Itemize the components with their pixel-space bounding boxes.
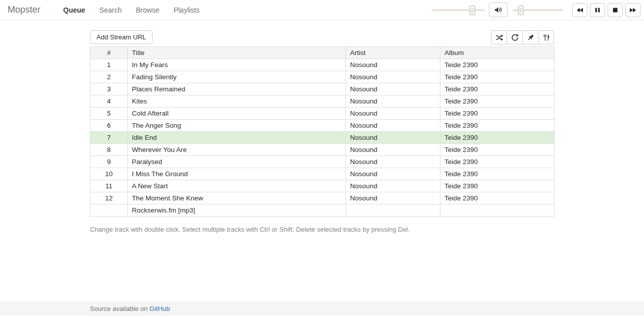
pause-button[interactable] bbox=[590, 3, 605, 17]
track-artist: Nosound bbox=[346, 71, 440, 83]
backward-icon bbox=[576, 7, 583, 14]
nav-item-playlists[interactable]: Playlists bbox=[167, 6, 207, 14]
seek-slider[interactable] bbox=[432, 3, 485, 17]
footer: Source available on GitHub bbox=[0, 302, 644, 315]
track-number: 12 bbox=[90, 192, 128, 204]
track-artist: Nosound bbox=[346, 132, 440, 144]
single-button[interactable] bbox=[522, 30, 538, 44]
next-button[interactable] bbox=[625, 3, 640, 17]
track-title: Kites bbox=[128, 95, 346, 108]
track-title: I Miss The Ground bbox=[128, 168, 346, 180]
usage-hint: Change track with double click. Select m… bbox=[90, 226, 554, 233]
volume-slider[interactable] bbox=[513, 3, 563, 17]
player-controls bbox=[432, 3, 644, 17]
track-number: 4 bbox=[90, 95, 128, 108]
table-row[interactable]: 1 In My Fears Nosound Teide 2390 bbox=[90, 59, 555, 71]
track-title: Fading Silently bbox=[128, 71, 346, 83]
track-number: 1 bbox=[90, 59, 128, 71]
column-header-number: # bbox=[90, 47, 128, 59]
queue-toolbar: Add Stream URL bbox=[90, 30, 554, 44]
table-row[interactable]: 9 Paralysed Nosound Teide 2390 bbox=[90, 156, 555, 168]
track-artist: Nosound bbox=[346, 95, 440, 108]
column-header-title: Title bbox=[128, 47, 346, 59]
stop-icon bbox=[612, 7, 619, 14]
table-row[interactable]: 12 The Moment She Knew Nosound Teide 239… bbox=[90, 192, 555, 204]
nav-item-browse[interactable]: Browse bbox=[129, 6, 167, 14]
track-artist: Nosound bbox=[346, 83, 440, 95]
github-link[interactable]: GitHub bbox=[150, 305, 170, 312]
playback-options bbox=[491, 30, 554, 44]
table-row[interactable]: 8 Wherever You Are Nosound Teide 2390 bbox=[90, 144, 555, 156]
volume-up-icon bbox=[494, 6, 502, 14]
table-row[interactable]: 3 Places Remained Nosound Teide 2390 bbox=[90, 83, 555, 95]
track-number: 7 bbox=[90, 132, 128, 144]
navbar: Mopster Queue Search Browse Playlists bbox=[0, 0, 644, 20]
footer-text: Source available on bbox=[90, 305, 150, 312]
track-title: Paralysed bbox=[128, 156, 346, 168]
track-album: Teide 2390 bbox=[440, 180, 555, 192]
table-row[interactable]: 4 Kites Nosound Teide 2390 bbox=[90, 95, 555, 108]
queue-table: # Title Artist Album 1 In My Fears Nosou… bbox=[90, 46, 555, 217]
track-album: Teide 2390 bbox=[440, 168, 555, 180]
volume-slider-handle[interactable] bbox=[518, 6, 524, 15]
transport-buttons bbox=[572, 3, 640, 17]
track-number: 6 bbox=[90, 120, 128, 132]
cutlery-icon bbox=[542, 34, 550, 41]
nav-item-search[interactable]: Search bbox=[92, 6, 129, 14]
consume-button[interactable] bbox=[538, 30, 554, 44]
track-title: Idle End bbox=[128, 132, 346, 144]
table-row[interactable]: 7 Idle End Nosound Teide 2390 bbox=[90, 132, 555, 144]
table-row[interactable]: 6 The Anger Song Nosound Teide 2390 bbox=[90, 120, 555, 132]
track-album: Teide 2390 bbox=[440, 192, 555, 204]
brand[interactable]: Mopster bbox=[0, 5, 48, 15]
table-row[interactable]: 5 Cold Afterall Nosound Teide 2390 bbox=[90, 108, 555, 120]
track-album: Teide 2390 bbox=[440, 132, 555, 144]
spacer bbox=[0, 233, 644, 302]
pause-icon bbox=[594, 7, 601, 14]
track-number: 10 bbox=[90, 168, 128, 180]
track-artist: Nosound bbox=[346, 120, 440, 132]
nav-item-queue[interactable]: Queue bbox=[56, 6, 92, 14]
seek-slider-handle[interactable] bbox=[469, 6, 475, 15]
column-header-album: Album bbox=[440, 47, 555, 59]
table-row[interactable]: 2 Fading Silently Nosound Teide 2390 bbox=[90, 71, 555, 83]
previous-button[interactable] bbox=[572, 3, 587, 17]
shuffle-button[interactable] bbox=[491, 30, 507, 44]
track-number bbox=[90, 204, 128, 217]
track-number: 11 bbox=[90, 180, 128, 192]
track-album: Teide 2390 bbox=[440, 120, 555, 132]
track-artist: Nosound bbox=[346, 168, 440, 180]
track-album: Teide 2390 bbox=[440, 83, 555, 95]
queue-page: Add Stream URL bbox=[90, 20, 554, 233]
track-artist bbox=[346, 204, 440, 217]
table-header-row: # Title Artist Album bbox=[90, 47, 555, 59]
table-row[interactable]: Rockserwis.fm [mp3] bbox=[90, 204, 555, 217]
table-row[interactable]: 10 I Miss The Ground Nosound Teide 2390 bbox=[90, 168, 555, 180]
column-header-artist: Artist bbox=[346, 47, 440, 59]
mute-button[interactable] bbox=[489, 3, 508, 17]
track-artist: Nosound bbox=[346, 192, 440, 204]
track-album: Teide 2390 bbox=[440, 156, 555, 168]
track-title: The Moment She Knew bbox=[128, 192, 346, 204]
repeat-button[interactable] bbox=[507, 30, 523, 44]
repeat-icon bbox=[511, 34, 519, 41]
main-nav: Queue Search Browse Playlists bbox=[56, 6, 207, 14]
track-title: Wherever You Are bbox=[128, 144, 346, 156]
shuffle-icon bbox=[496, 34, 503, 41]
track-number: 3 bbox=[90, 83, 128, 95]
add-stream-url-button[interactable]: Add Stream URL bbox=[90, 30, 153, 44]
track-number: 8 bbox=[90, 144, 128, 156]
track-artist: Nosound bbox=[346, 144, 440, 156]
track-album bbox=[440, 204, 555, 217]
table-row[interactable]: 11 A New Start Nosound Teide 2390 bbox=[90, 180, 555, 192]
track-title: In My Fears bbox=[128, 59, 346, 71]
track-artist: Nosound bbox=[346, 59, 440, 71]
track-artist: Nosound bbox=[346, 156, 440, 168]
track-album: Teide 2390 bbox=[440, 95, 555, 108]
stop-button[interactable] bbox=[608, 3, 623, 17]
track-title: Places Remained bbox=[128, 83, 346, 95]
track-title: Cold Afterall bbox=[128, 108, 346, 120]
track-album: Teide 2390 bbox=[440, 108, 555, 120]
track-album: Teide 2390 bbox=[440, 71, 555, 83]
track-album: Teide 2390 bbox=[440, 59, 555, 71]
